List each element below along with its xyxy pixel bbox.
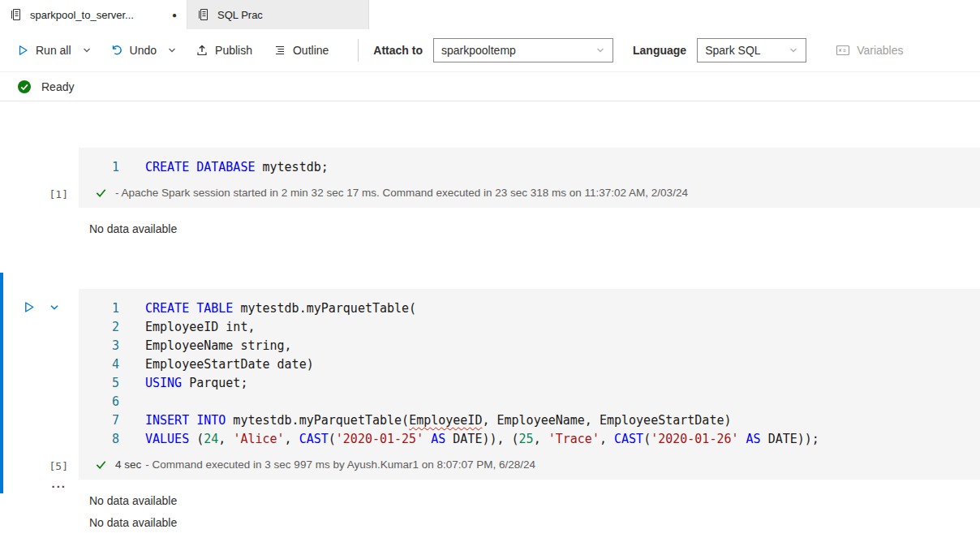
line-number: 2 <box>79 318 119 337</box>
code-token: mytestdb.myParquetTable( <box>233 301 416 316</box>
notebook-cell-1: 1CREATE DATABASE mytestdb; [1] - Apache … <box>0 148 980 240</box>
line-number: 7 <box>79 411 119 430</box>
cell-gutter: [1] <box>0 180 79 208</box>
code-text: EmployeeStartDate date) <box>119 355 314 374</box>
tab-bar: sparkpool_to_server... ● SQL Prac <box>0 0 980 29</box>
line-number: 3 <box>79 337 119 355</box>
notebook-area: 1CREATE DATABASE mytestdb; [1] - Apache … <box>0 101 980 534</box>
code-token: AS <box>431 432 445 446</box>
result-text: - Apache Spark session started in 2 min … <box>115 187 688 199</box>
attach-to-value: sparkpooltemp <box>441 44 516 57</box>
run-all-dropdown[interactable] <box>78 41 96 60</box>
code-token: EmployeeStartDate date) <box>145 357 314 372</box>
code-text: CREATE TABLE mytestdb.myParquetTable( <box>119 299 416 318</box>
undo-dropdown[interactable] <box>163 41 181 60</box>
status-bar: Ready <box>0 72 980 101</box>
code-line: 7INSERT INTO mytestdb.myParquetTable(Emp… <box>79 411 980 430</box>
code-text: USING Parquet; <box>119 374 247 393</box>
code-token: mytestdb.myParquetTable( <box>226 413 409 428</box>
code-text: CREATE DATABASE mytestdb; <box>119 158 329 177</box>
code-token: CREATE TABLE <box>145 301 233 316</box>
undo-icon <box>110 44 123 57</box>
line-number: 6 <box>79 393 119 411</box>
language-select[interactable]: Spark SQL <box>697 38 806 62</box>
cell-result-summary: 4 sec- Command executed in 3 sec 997 ms … <box>79 452 980 480</box>
cell-gutter: ... <box>0 480 79 534</box>
code-token: CAST <box>299 432 329 446</box>
tab-label: sparkpool_to_server... <box>30 9 134 21</box>
more-actions-button[interactable]: ... <box>51 476 67 490</box>
code-line: 8VALUES (24, 'Alice', CAST('2020-01-25' … <box>79 430 980 449</box>
publish-button[interactable]: Publish <box>189 39 259 62</box>
variables-label: Variables <box>857 44 903 57</box>
code-line: 5USING Parquet; <box>79 374 980 393</box>
no-data-message: No data available <box>89 512 980 534</box>
code-token <box>423 432 431 446</box>
run-cell-dropdown[interactable] <box>49 302 60 313</box>
tab-sql-prac[interactable]: SQL Prac <box>187 0 369 29</box>
tab-label: SQL Prac <box>217 9 263 21</box>
chevron-down-icon <box>789 45 798 55</box>
code-text: EmployeeID int, <box>119 318 255 337</box>
code-token <box>739 432 746 446</box>
notebook-cell-2: 1CREATE TABLE mytestdb.myParquetTable(2E… <box>0 289 980 534</box>
code-token: mytestdb; <box>255 160 328 174</box>
attach-to-select[interactable]: sparkpooltemp <box>433 38 613 62</box>
line-number: 5 <box>79 374 119 393</box>
code-token: ( <box>189 432 204 446</box>
cell-gutter <box>0 289 79 452</box>
code-token: '2020-01-25' <box>336 432 423 446</box>
success-check-icon <box>95 187 107 199</box>
execution-count: [5] <box>49 460 68 472</box>
attach-to-label: Attach to <box>373 44 423 57</box>
chevron-down-icon <box>595 45 605 55</box>
play-icon <box>16 44 29 57</box>
execution-count: [1] <box>49 188 68 200</box>
unsaved-indicator: ● <box>172 11 177 19</box>
code-line: 1CREATE TABLE mytestdb.myParquetTable( <box>79 299 980 318</box>
line-number: 8 <box>79 430 119 449</box>
code-editor[interactable]: 1CREATE DATABASE mytestdb; <box>79 148 980 180</box>
outline-button[interactable]: Outline <box>267 39 335 62</box>
code-text: VALUES (24, 'Alice', CAST('2020-01-25' A… <box>119 430 819 449</box>
code-token: AS <box>746 432 761 446</box>
code-token: INSERT INTO <box>145 413 226 428</box>
line-number: 1 <box>79 158 119 177</box>
code-line: 2EmployeeID int, <box>79 318 980 337</box>
code-token: '2020-01-26' <box>651 432 738 446</box>
cell-result-summary: - Apache Spark session started in 2 min … <box>79 180 980 208</box>
publish-label: Publish <box>215 44 252 57</box>
chevron-down-icon <box>82 45 92 55</box>
run-cell-button[interactable] <box>22 300 36 314</box>
outline-icon <box>273 44 286 57</box>
code-token: VALUES <box>145 432 189 446</box>
code-token: , <box>534 432 548 446</box>
code-token: EmployeeID int, <box>145 320 255 334</box>
publish-icon <box>196 44 208 57</box>
code-token: 25 <box>519 432 534 446</box>
code-text: EmployeeName string, <box>119 337 292 355</box>
ready-check-icon <box>17 80 32 94</box>
undo-button[interactable]: Undo <box>104 39 163 62</box>
success-check-icon <box>95 458 107 471</box>
code-token: 'Alice' <box>233 432 284 446</box>
code-token: 24 <box>204 432 218 446</box>
no-data-message: No data available <box>89 218 980 240</box>
code-token: ( <box>643 432 651 446</box>
line-number: 1 <box>79 299 119 318</box>
cell-gutter <box>0 148 79 180</box>
variables-icon <box>836 44 850 57</box>
chevron-down-icon <box>167 45 177 55</box>
outline-label: Outline <box>293 44 329 57</box>
cell-gutter: [5] <box>0 452 79 480</box>
run-all-label: Run all <box>36 44 71 57</box>
run-all-button[interactable]: Run all <box>10 39 78 62</box>
notebook-toolbar: Run all Undo Publish Outline Attach to s… <box>0 29 980 72</box>
code-text <box>119 393 145 411</box>
variables-button[interactable]: Variables <box>829 39 909 62</box>
code-editor[interactable]: 1CREATE TABLE mytestdb.myParquetTable(2E… <box>79 289 980 452</box>
script-icon <box>197 8 210 21</box>
undo-label: Undo <box>130 44 157 57</box>
tab-sparkpool-to-server[interactable]: sparkpool_to_server... ● <box>0 0 187 29</box>
notebook-icon <box>10 8 23 21</box>
